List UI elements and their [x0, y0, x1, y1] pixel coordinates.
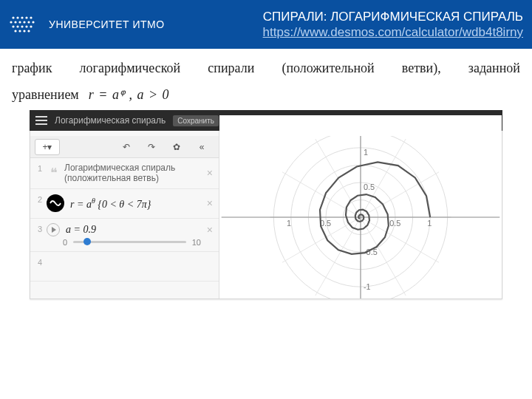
svg-point-9 [27, 21, 30, 23]
svg-point-13 [21, 25, 23, 27]
collapse-sidebar-button[interactable]: « [189, 139, 214, 155]
svg-point-5 [10, 21, 12, 23]
slider-min[interactable]: 0 [63, 238, 67, 247]
row-number: 1 [33, 163, 47, 173]
svg-point-6 [14, 21, 16, 23]
svg-point-12 [16, 25, 18, 27]
slider-thumb[interactable] [83, 238, 91, 245]
svg-point-1 [16, 16, 18, 18]
close-icon[interactable]: × [204, 224, 216, 236]
svg-line-26 [361, 172, 439, 217]
slide-title: СПИРАЛИ: ЛОГАРИФМИЧЕСКАЯ СПИРАЛЬ [263, 9, 523, 24]
svg-point-8 [23, 21, 25, 23]
sidebar-toolbar: +▾ ↶ ↷ ✿ « [30, 136, 219, 158]
redo-button[interactable]: ↷ [139, 139, 164, 155]
slide-header: УНИВЕРСИТЕТ ИТМО СПИРАЛИ: ЛОГАРИФМИЧЕСКА… [0, 0, 532, 49]
expression-row-note[interactable]: 1 ❝ Логарифмическая спираль (положительн… [30, 158, 219, 189]
desmos-app: +▾ ↶ ↷ ✿ « 1 ❝ Логарифмическая спираль (… [30, 115, 502, 299]
svg-point-11 [12, 25, 14, 27]
close-icon[interactable]: × [204, 197, 216, 209]
note-text: Логарифмическая спираль (положительная в… [61, 163, 204, 184]
expression-latex[interactable]: r = aθ {0 < θ < 7π} [67, 197, 204, 211]
svg-text:1: 1 [364, 148, 368, 157]
desc-word: логарифмической [80, 61, 181, 76]
svg-point-18 [23, 30, 25, 32]
quote-icon: ❝ [47, 165, 61, 181]
university-name: УНИВЕРСИТЕТ ИТМО [49, 18, 165, 30]
row-number: 3 [33, 223, 47, 233]
settings-button[interactable]: ✿ [164, 139, 189, 155]
expression-sidebar: +▾ ↶ ↷ ✿ « 1 ❝ Логарифмическая спираль (… [30, 115, 219, 299]
svg-text:0.5: 0.5 [364, 183, 375, 191]
slide-title-block: СПИРАЛИ: ЛОГАРИФМИЧЕСКАЯ СПИРАЛЬ https:/… [263, 9, 523, 41]
svg-point-17 [18, 30, 21, 32]
svg-point-7 [18, 21, 21, 23]
expression-row-formula[interactable]: 2 r = aθ {0 < θ < 7π} × [30, 189, 219, 219]
close-icon[interactable]: × [204, 167, 216, 179]
svg-line-30 [282, 172, 361, 217]
desc-word: спирали [208, 61, 254, 76]
expression-row-slider[interactable]: 3 a = 0.9 × 0 10 [30, 219, 219, 252]
row-number: 2 [33, 194, 47, 204]
svg-point-14 [25, 25, 27, 27]
save-button[interactable]: Сохранить [173, 115, 219, 126]
svg-point-0 [12, 16, 14, 18]
undo-button[interactable]: ↶ [114, 139, 139, 155]
svg-point-16 [14, 30, 16, 32]
add-expression-button[interactable]: +▾ [35, 139, 60, 155]
graph-canvas[interactable]: 10.5-0.5-110.50.51 [219, 115, 502, 299]
svg-point-3 [25, 16, 27, 18]
svg-point-4 [30, 16, 32, 18]
desc-word: уравнением [12, 87, 79, 102]
university-logo: УНИВЕРСИТЕТ ИТМО [6, 7, 165, 41]
desc-word: заданной [468, 61, 520, 76]
slider-variable[interactable]: a = 0.9 [60, 224, 204, 236]
plot-color-icon[interactable] [47, 194, 64, 212]
svg-text:1: 1 [427, 219, 432, 228]
svg-text:-1: -1 [364, 282, 371, 291]
desc-word: график [12, 61, 52, 76]
svg-text:0.5: 0.5 [389, 219, 400, 228]
desc-word: (положительной [282, 61, 374, 76]
svg-point-2 [21, 16, 23, 18]
menu-icon[interactable] [35, 116, 47, 125]
play-slider-button[interactable] [47, 223, 60, 236]
itmo-logo-icon [6, 7, 40, 41]
graph-title: Логарифмическая спираль [55, 115, 166, 126]
equation-formula: r = aᵠ , a > 0 [89, 87, 169, 102]
svg-point-15 [30, 25, 32, 27]
svg-text:1: 1 [287, 219, 291, 228]
slider-track[interactable] [73, 241, 186, 243]
slider-max[interactable]: 10 [192, 238, 201, 247]
description-text: график логарифмической спирали (положите… [0, 49, 532, 110]
svg-point-10 [32, 21, 34, 23]
row-number: 4 [33, 256, 47, 267]
svg-point-19 [27, 30, 30, 32]
desc-word: ветви), [402, 61, 441, 76]
expression-row-empty[interactable]: 4 [30, 252, 219, 282]
desmos-link[interactable]: https://www.desmos.com/calculator/wdb4t8… [263, 25, 523, 39]
